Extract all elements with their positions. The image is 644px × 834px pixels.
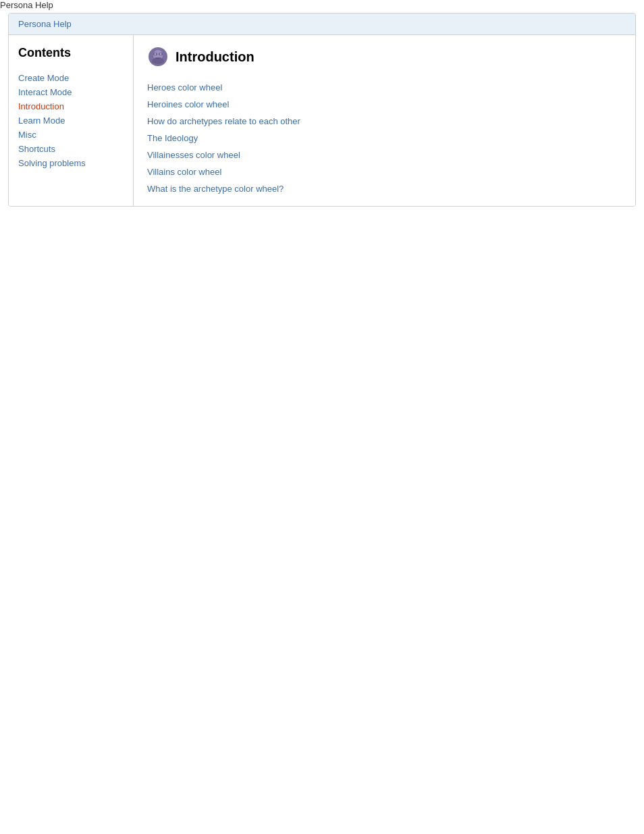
- link-villains-color-wheel[interactable]: Villains color wheel: [147, 165, 622, 178]
- sidebar-item-learn-mode[interactable]: Learn Mode: [18, 113, 124, 128]
- persona-icon: [147, 46, 169, 68]
- window-title-bar: Persona Help: [0, 0, 644, 10]
- link-how-archetypes-relate[interactable]: How do archetypes relate to each other: [147, 115, 622, 128]
- content-header: Introduction: [147, 46, 622, 68]
- link-what-is-archetype-color-wheel[interactable]: What is the archetype color wheel?: [147, 182, 622, 195]
- sidebar-title: Contents: [18, 46, 124, 60]
- main-content: Introduction Heroes color wheel Heroines…: [134, 35, 635, 206]
- sidebar-nav: Create Mode Interact Mode Introduction L…: [18, 71, 124, 170]
- content-title: Introduction: [176, 49, 254, 65]
- help-body: Contents Create Mode Interact Mode Intro…: [9, 35, 635, 206]
- sidebar-item-misc[interactable]: Misc: [18, 128, 124, 142]
- svg-point-6: [160, 53, 162, 55]
- link-heroes-color-wheel[interactable]: Heroes color wheel: [147, 81, 622, 94]
- sidebar-item-shortcuts[interactable]: Shortcuts: [18, 142, 124, 156]
- sidebar-item-solving-problems[interactable]: Solving problems: [18, 156, 124, 170]
- content-icon: [147, 46, 169, 68]
- link-heroines-color-wheel[interactable]: Heroines color wheel: [147, 98, 622, 111]
- breadcrumb-link[interactable]: Persona Help: [18, 19, 72, 29]
- window-title: Persona Help: [0, 0, 53, 10]
- sidebar-item-introduction[interactable]: Introduction: [18, 99, 124, 113]
- content-links: Heroes color wheel Heroines color wheel …: [147, 81, 622, 195]
- link-the-ideology[interactable]: The Ideology: [147, 132, 622, 145]
- sidebar: Contents Create Mode Interact Mode Intro…: [9, 35, 134, 206]
- link-villainesses-color-wheel[interactable]: Villainesses color wheel: [147, 149, 622, 161]
- svg-point-5: [155, 53, 157, 55]
- help-header: Persona Help: [9, 14, 635, 35]
- help-container: Persona Help Contents Create Mode Intera…: [8, 13, 636, 207]
- sidebar-item-interact-mode[interactable]: Interact Mode: [18, 85, 124, 99]
- sidebar-item-create-mode[interactable]: Create Mode: [18, 71, 124, 85]
